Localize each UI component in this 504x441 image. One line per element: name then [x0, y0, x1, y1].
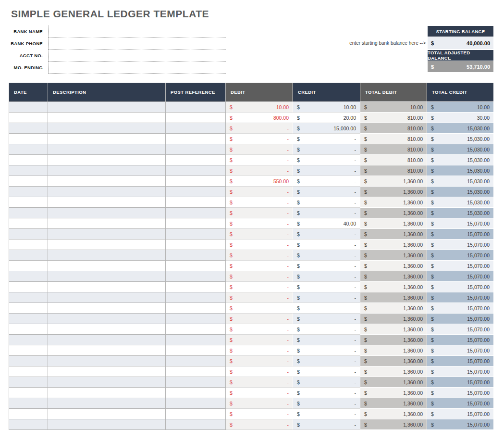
cell-credit[interactable]: $ - — [293, 176, 360, 187]
cell-total-credit[interactable]: $ 15,070.00 — [427, 292, 493, 303]
cell-total-credit[interactable]: $ 15,070.00 — [427, 271, 493, 282]
cell-description[interactable] — [48, 123, 166, 134]
cell-description[interactable] — [48, 292, 166, 303]
cell-description[interactable] — [48, 239, 166, 250]
cell-debit[interactable]: $ - — [226, 123, 293, 134]
cell-credit[interactable]: $ - — [293, 197, 360, 208]
cell-total-debit[interactable]: $ 1,360.00 — [360, 282, 427, 292]
cell-debit[interactable]: $ - — [226, 388, 293, 398]
cell-post-reference[interactable] — [166, 398, 226, 409]
cell-description[interactable] — [48, 366, 166, 377]
cell-total-credit[interactable]: $ 15,070.00 — [427, 303, 493, 314]
cell-date[interactable] — [9, 250, 48, 261]
cell-total-debit[interactable]: $ 1,360.00 — [360, 356, 427, 366]
cell-date[interactable] — [9, 239, 48, 250]
cell-debit[interactable]: $ - — [226, 292, 293, 303]
cell-total-credit[interactable]: $ 15,030.00 — [427, 165, 493, 176]
cell-total-debit[interactable]: $ 1,360.00 — [360, 345, 427, 356]
cell-total-debit[interactable]: $ 810.00 — [360, 123, 427, 134]
cell-debit[interactable]: $ - — [226, 165, 293, 176]
cell-debit[interactable]: $ - — [226, 261, 293, 271]
cell-date[interactable] — [9, 324, 48, 335]
cell-debit[interactable]: $ 550.00 — [226, 176, 293, 187]
cell-credit[interactable]: $ - — [293, 134, 360, 144]
cell-total-credit[interactable]: $ 15,070.00 — [427, 366, 493, 377]
cell-debit[interactable]: $ - — [226, 345, 293, 356]
cell-credit[interactable]: $ - — [293, 208, 360, 218]
cell-total-debit[interactable]: $ 1,360.00 — [360, 366, 427, 377]
cell-post-reference[interactable] — [166, 197, 226, 208]
cell-post-reference[interactable] — [166, 271, 226, 282]
cell-date[interactable] — [9, 197, 48, 208]
cell-date[interactable] — [9, 398, 48, 409]
cell-total-credit[interactable]: $ 15,030.00 — [427, 187, 493, 197]
cell-credit[interactable]: $ - — [293, 144, 360, 155]
cell-credit[interactable]: $ - — [293, 409, 360, 419]
cell-total-credit[interactable]: $ 15,030.00 — [427, 197, 493, 208]
cell-debit[interactable]: $ - — [226, 155, 293, 165]
cell-post-reference[interactable] — [166, 229, 226, 239]
cell-debit[interactable]: $ 10.00 — [226, 102, 293, 113]
cell-post-reference[interactable] — [166, 388, 226, 398]
cell-total-credit[interactable]: $ 15,030.00 — [427, 208, 493, 218]
mo-ending-field[interactable] — [48, 62, 226, 74]
cell-total-debit[interactable]: $ 1,360.00 — [360, 218, 427, 229]
cell-post-reference[interactable] — [166, 409, 226, 419]
cell-credit[interactable]: $ - — [293, 345, 360, 356]
cell-debit[interactable]: $ - — [226, 229, 293, 239]
cell-total-credit[interactable]: $ 15,030.00 — [427, 176, 493, 187]
cell-post-reference[interactable] — [166, 165, 226, 176]
cell-description[interactable] — [48, 102, 166, 113]
cell-debit[interactable]: $ 800.00 — [226, 113, 293, 123]
cell-post-reference[interactable] — [166, 345, 226, 356]
cell-debit[interactable]: $ - — [226, 377, 293, 388]
cell-credit[interactable]: $ - — [293, 335, 360, 345]
cell-debit[interactable]: $ - — [226, 208, 293, 218]
cell-credit[interactable]: $ - — [293, 366, 360, 377]
cell-post-reference[interactable] — [166, 261, 226, 271]
cell-debit[interactable]: $ - — [226, 187, 293, 197]
cell-date[interactable] — [9, 356, 48, 366]
cell-debit[interactable]: $ - — [226, 409, 293, 419]
cell-credit[interactable]: $ - — [293, 239, 360, 250]
cell-credit[interactable]: $ 10.00 — [293, 102, 360, 113]
cell-description[interactable] — [48, 409, 166, 419]
cell-total-debit[interactable]: $ 810.00 — [360, 134, 427, 144]
cell-credit[interactable]: $ - — [293, 155, 360, 165]
cell-total-debit[interactable]: $ 810.00 — [360, 113, 427, 123]
cell-total-debit[interactable]: $ 1,360.00 — [360, 271, 427, 282]
cell-total-credit[interactable]: $ 15,070.00 — [427, 218, 493, 229]
cell-total-credit[interactable]: $ 15,070.00 — [427, 250, 493, 261]
cell-date[interactable] — [9, 134, 48, 144]
cell-total-debit[interactable]: $ 1,360.00 — [360, 261, 427, 271]
cell-total-credit[interactable]: $ 15,070.00 — [427, 335, 493, 345]
cell-description[interactable] — [48, 314, 166, 324]
cell-description[interactable] — [48, 356, 166, 366]
cell-total-credit[interactable]: $ 15,070.00 — [427, 345, 493, 356]
cell-credit[interactable]: $ - — [293, 261, 360, 271]
bank-phone-field[interactable] — [48, 38, 226, 50]
cell-date[interactable] — [9, 229, 48, 239]
cell-post-reference[interactable] — [166, 324, 226, 335]
cell-description[interactable] — [48, 282, 166, 292]
cell-post-reference[interactable] — [166, 218, 226, 229]
cell-date[interactable] — [9, 261, 48, 271]
cell-credit[interactable]: $ - — [293, 356, 360, 366]
cell-total-debit[interactable]: $ 1,360.00 — [360, 176, 427, 187]
cell-date[interactable] — [9, 271, 48, 282]
cell-post-reference[interactable] — [166, 303, 226, 314]
cell-post-reference[interactable] — [166, 239, 226, 250]
cell-date[interactable] — [9, 282, 48, 292]
cell-debit[interactable]: $ - — [226, 324, 293, 335]
cell-total-debit[interactable]: $ 1,360.00 — [360, 314, 427, 324]
cell-date[interactable] — [9, 155, 48, 165]
cell-credit[interactable]: $ - — [293, 187, 360, 197]
cell-credit[interactable]: $ 40.00 — [293, 218, 360, 229]
cell-credit[interactable]: $ - — [293, 377, 360, 388]
cell-total-credit[interactable]: $ 30.00 — [427, 113, 493, 123]
cell-debit[interactable]: $ - — [226, 250, 293, 261]
cell-total-credit[interactable]: $ 15,030.00 — [427, 155, 493, 165]
cell-date[interactable] — [9, 176, 48, 187]
cell-description[interactable] — [48, 345, 166, 356]
cell-total-debit[interactable]: $ 1,360.00 — [360, 335, 427, 345]
